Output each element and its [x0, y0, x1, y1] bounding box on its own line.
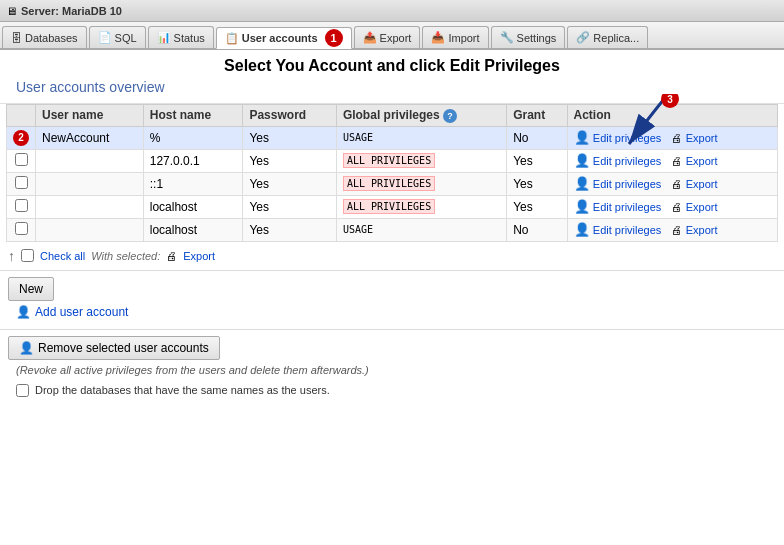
row2-password: Yes — [243, 149, 336, 172]
table-row: localhost Yes USAGE No 👤 Edit privileges… — [7, 218, 778, 241]
check-all-row: ↑ Check all With selected: 🖨 Export — [0, 242, 784, 270]
tab-bar: 🗄 Databases 📄 SQL 📊 Status 📋 User accoun… — [0, 22, 784, 50]
tab-import[interactable]: 📥 Import — [422, 26, 488, 48]
row5-checkbox[interactable] — [15, 222, 28, 235]
row1-user-icon: 👤 — [574, 130, 590, 145]
with-selected-label: With selected: — [91, 250, 160, 262]
tab-sql[interactable]: 📄 SQL — [89, 26, 146, 48]
remove-section: 👤 Remove selected user accounts (Revoke … — [0, 329, 784, 407]
row3-privilege: ALL PRIVILEGES — [336, 172, 506, 195]
row1-export-link[interactable]: Export — [686, 132, 718, 144]
instruction-banner: Select You Account and click Edit Privil… — [0, 50, 784, 104]
row3-action: 👤 Edit privileges 🖨 Export — [567, 172, 777, 195]
import-icon: 📥 — [431, 31, 445, 44]
table-section: User name Host name Password Global priv… — [0, 104, 784, 242]
col-grant: Grant — [507, 104, 567, 126]
row3-edit-link[interactable]: Edit privileges — [593, 178, 661, 190]
row3-checkbox-cell — [7, 172, 36, 195]
row3-export-icon: 🖨 — [671, 178, 682, 190]
new-button[interactable]: New — [8, 277, 54, 301]
title-bar: 🖥 Server: MariaDB 10 — [0, 0, 784, 22]
row3-hostname: ::1 — [143, 172, 243, 195]
row2-export-icon: 🖨 — [671, 155, 682, 167]
col-hostname: Host name — [143, 104, 243, 126]
row3-checkbox[interactable] — [15, 176, 28, 189]
main-content: Select You Account and click Edit Privil… — [0, 50, 784, 545]
row2-user-icon: 👤 — [574, 153, 590, 168]
row4-password: Yes — [243, 195, 336, 218]
row1-hostname: % — [143, 126, 243, 149]
page-subtitle: User accounts overview — [10, 77, 774, 101]
privileges-help-icon[interactable]: ? — [443, 109, 457, 123]
drop-databases-checkbox[interactable] — [16, 384, 29, 397]
row1-checkbox-cell: 2 — [7, 126, 36, 149]
buttons-section: New 👤 Add user account — [0, 270, 784, 329]
row4-privilege: ALL PRIVILEGES — [336, 195, 506, 218]
row1-grant: No — [507, 126, 567, 149]
bottom-export-icon: 🖨 — [166, 250, 177, 262]
export-tab-icon: 📤 — [363, 31, 377, 44]
status-icon: 📊 — [157, 31, 171, 44]
row1-username: NewAccount — [36, 126, 144, 149]
row4-hostname: localhost — [143, 195, 243, 218]
replication-icon: 🔗 — [576, 31, 590, 44]
row5-export-link[interactable]: Export — [686, 224, 718, 236]
row3-grant: Yes — [507, 172, 567, 195]
bottom-export-link[interactable]: Export — [183, 250, 215, 262]
tab-export[interactable]: 📤 Export — [354, 26, 421, 48]
remove-button[interactable]: 👤 Remove selected user accounts — [8, 336, 220, 360]
row5-hostname: localhost — [143, 218, 243, 241]
row3-password: Yes — [243, 172, 336, 195]
col-username: User name — [36, 104, 144, 126]
row3-export-link[interactable]: Export — [686, 178, 718, 190]
row5-privilege: USAGE — [336, 218, 506, 241]
add-user-link[interactable]: 👤 Add user account — [8, 301, 776, 323]
row2-edit-link[interactable]: Edit privileges — [593, 155, 661, 167]
check-all-checkbox[interactable] — [21, 249, 34, 262]
row2-export-link[interactable]: Export — [686, 155, 718, 167]
row4-edit-link[interactable]: Edit privileges — [593, 201, 661, 213]
drop-databases-label: Drop the databases that have the same na… — [35, 384, 330, 396]
row2-checkbox-cell — [7, 149, 36, 172]
remove-note: (Revoke all active privileges from the u… — [8, 360, 776, 380]
row2-privilege: ALL PRIVILEGES — [336, 149, 506, 172]
drop-checkbox-row: Drop the databases that have the same na… — [8, 380, 776, 401]
row5-user-icon: 👤 — [574, 222, 590, 237]
row1-action: 👤 Edit privileges 🖨 Export — [567, 126, 777, 149]
tab-user-accounts[interactable]: 📋 User accounts 1 — [216, 27, 352, 49]
row4-export-icon: 🖨 — [671, 201, 682, 213]
row5-password: Yes — [243, 218, 336, 241]
databases-icon: 🗄 — [11, 32, 22, 44]
row5-username — [36, 218, 144, 241]
row4-user-icon: 👤 — [574, 199, 590, 214]
table-row: ::1 Yes ALL PRIVILEGES Yes 👤 Edit privil… — [7, 172, 778, 195]
row2-username — [36, 149, 144, 172]
tab-status[interactable]: 📊 Status — [148, 26, 214, 48]
tab-replication[interactable]: 🔗 Replica... — [567, 26, 648, 48]
row2-grant: Yes — [507, 149, 567, 172]
col-privileges: Global privileges ? — [336, 104, 506, 126]
row1-edit-link[interactable]: Edit privileges — [593, 132, 661, 144]
row2-checkbox[interactable] — [15, 153, 28, 166]
row5-export-icon: 🖨 — [671, 224, 682, 236]
col-password: Password — [243, 104, 336, 126]
step1-badge: 1 — [325, 29, 343, 47]
row3-user-icon: 👤 — [574, 176, 590, 191]
row4-username — [36, 195, 144, 218]
check-all-label[interactable]: Check all — [40, 250, 85, 262]
instruction-title: Select You Account and click Edit Privil… — [10, 56, 774, 77]
back-arrow-icon: ↑ — [8, 248, 15, 264]
table-row: localhost Yes ALL PRIVILEGES Yes 👤 Edit … — [7, 195, 778, 218]
row4-checkbox[interactable] — [15, 199, 28, 212]
row5-checkbox-cell — [7, 218, 36, 241]
tab-settings[interactable]: 🔧 Settings — [491, 26, 566, 48]
row4-checkbox-cell — [7, 195, 36, 218]
tab-databases[interactable]: 🗄 Databases — [2, 26, 87, 48]
table-row: 2 NewAccount % Yes USAGE No 👤 — [7, 126, 778, 149]
title-bar-text: Server: MariaDB 10 — [21, 5, 122, 17]
row4-grant: Yes — [507, 195, 567, 218]
row5-grant: No — [507, 218, 567, 241]
user-accounts-icon: 📋 — [225, 32, 239, 45]
row5-edit-link[interactable]: Edit privileges — [593, 224, 661, 236]
row4-export-link[interactable]: Export — [686, 201, 718, 213]
